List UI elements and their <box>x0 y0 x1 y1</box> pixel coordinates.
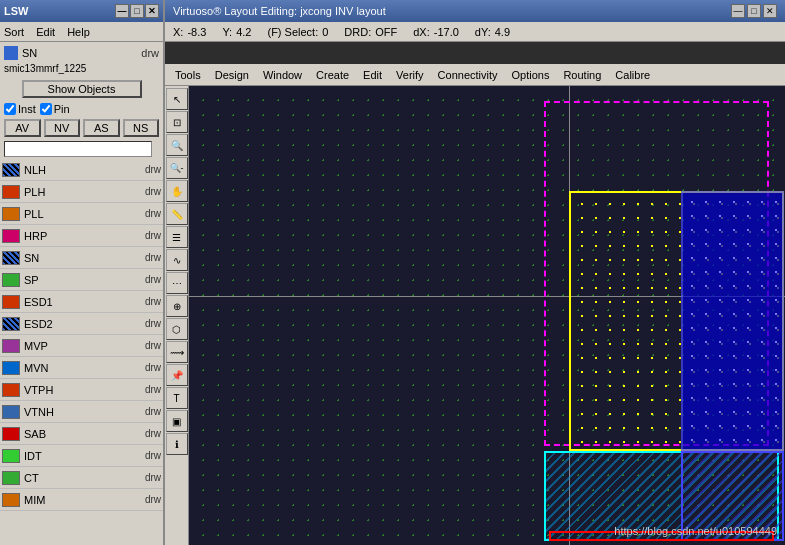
layer-color-swatch <box>2 405 20 419</box>
layer-row[interactable]: PLHdrw <box>0 181 163 203</box>
pin-filter-label: Pin <box>40 103 70 115</box>
lsw-filter-options: Inst Pin <box>0 101 163 117</box>
zoom-out-btn[interactable]: 🔍- <box>166 157 188 179</box>
layer-color-swatch <box>2 317 20 331</box>
select-count: (F) Select: 0 <box>267 26 328 38</box>
layer-color-swatch <box>2 295 20 309</box>
menu-item-window[interactable]: Window <box>257 65 308 85</box>
zoom-in-btn[interactable]: 🔍 <box>166 134 188 156</box>
layer-name-label: PLL <box>24 208 143 220</box>
layer-row[interactable]: SABdrw <box>0 423 163 445</box>
menu-item-design[interactable]: Design <box>209 65 255 85</box>
conn-btn[interactable]: ⟿ <box>166 341 188 363</box>
cell-color-swatch <box>4 46 18 60</box>
menu-item-calibre[interactable]: Calibre <box>609 65 656 85</box>
layer-name-label: MVN <box>24 362 143 374</box>
main-close-btn[interactable]: ✕ <box>763 4 777 18</box>
layer-search-input[interactable] <box>4 141 152 157</box>
main-titlebar: Virtuoso® Layout Editing: jxcong INV lay… <box>165 0 785 22</box>
main-minimize-btn[interactable]: — <box>731 4 745 18</box>
path-btn[interactable]: ∿ <box>166 249 188 271</box>
lsw-menu-edit[interactable]: Edit <box>34 26 57 38</box>
as-button[interactable]: AS <box>83 119 120 137</box>
layer-row[interactable]: MVNdrw <box>0 357 163 379</box>
menu-bar: ToolsDesignWindowCreateEditVerifyConnect… <box>165 64 785 86</box>
layer-list: NLHdrwPLHdrwPLLdrwHRPdrwSNdrwSPdrwESD1dr… <box>0 159 163 511</box>
inst-btn[interactable]: ▣ <box>166 410 188 432</box>
y-coord: Y: 4.2 <box>222 26 251 38</box>
layer-color-swatch <box>2 185 20 199</box>
menu-item-routing[interactable]: Routing <box>557 65 607 85</box>
layer-name-label: HRP <box>24 230 143 242</box>
layer-color-swatch <box>2 229 20 243</box>
lsw-menu-sort[interactable]: Sort <box>2 26 26 38</box>
menu-item-options[interactable]: Options <box>506 65 556 85</box>
layer-row[interactable]: ESD2drw <box>0 313 163 335</box>
layer-type-label: drw <box>145 340 161 351</box>
av-button[interactable]: AV <box>4 119 41 137</box>
layer-row[interactable]: VTNHdrw <box>0 401 163 423</box>
layer-row[interactable]: PLLdrw <box>0 203 163 225</box>
layer-color-swatch <box>2 493 20 507</box>
layer-row[interactable]: CTdrw <box>0 467 163 489</box>
layer-type-label: drw <box>145 450 161 461</box>
layer-name-label: VTNH <box>24 406 143 418</box>
layer-type-label: drw <box>145 252 161 263</box>
menu-item-edit[interactable]: Edit <box>357 65 388 85</box>
main-title: Virtuoso® Layout Editing: jxcong INV lay… <box>173 5 386 17</box>
layer-type-label: drw <box>145 362 161 373</box>
via-btn[interactable]: ⊕ <box>166 295 188 317</box>
layer-name-label: NLH <box>24 164 143 176</box>
layer-row[interactable]: VTPHdrw <box>0 379 163 401</box>
layer-name-label: MIM <box>24 494 143 506</box>
layer-row[interactable]: MVPdrw <box>0 335 163 357</box>
layer-row[interactable]: IDTdrw <box>0 445 163 467</box>
inst-checkbox[interactable] <box>4 103 16 115</box>
ruler-btn[interactable]: 📏 <box>166 203 188 225</box>
layer-row[interactable]: ESD1drw <box>0 291 163 313</box>
layer-type-label: drw <box>145 186 161 197</box>
lsw-close-btn[interactable]: ✕ <box>145 4 159 18</box>
layer-type-label: drw <box>145 274 161 285</box>
layer-row[interactable]: NLHdrw <box>0 159 163 181</box>
layer-name-label: SP <box>24 274 143 286</box>
lsw-maximize-btn[interactable]: □ <box>130 4 144 18</box>
layer-type-label: drw <box>145 384 161 395</box>
main-maximize-btn[interactable]: □ <box>747 4 761 18</box>
layer-row[interactable]: SPdrw <box>0 269 163 291</box>
layer-color-swatch <box>2 273 20 287</box>
zoom-fit-btn[interactable]: ⊡ <box>166 111 188 133</box>
layer-row[interactable]: HRPdrw <box>0 225 163 247</box>
select-tool-btn[interactable]: ↖ <box>166 88 188 110</box>
lsw-minimize-btn[interactable]: — <box>115 4 129 18</box>
cell-name: SN <box>22 47 37 59</box>
layer-type-label: drw <box>145 494 161 505</box>
blue-hatch-fill <box>683 453 782 539</box>
layer-btn[interactable]: ☰ <box>166 226 188 248</box>
ns-button[interactable]: NS <box>123 119 160 137</box>
lsw-menu-help[interactable]: Help <box>65 26 92 38</box>
label-btn[interactable]: T <box>166 387 188 409</box>
layer-row[interactable]: MIMdrw <box>0 489 163 511</box>
layer-color-swatch <box>2 427 20 441</box>
menu-item-connectivity[interactable]: Connectivity <box>432 65 504 85</box>
canvas-area[interactable]: https://blog.csdn.net/u010594449 <box>189 86 785 545</box>
poly-btn[interactable]: ⬡ <box>166 318 188 340</box>
nv-button[interactable]: NV <box>44 119 81 137</box>
layer-type-label: drw <box>145 472 161 483</box>
wire-btn[interactable]: ⋯ <box>166 272 188 294</box>
pin-btn[interactable]: 📌 <box>166 364 188 386</box>
lsw-cell-info: SN drw smic13mmrf_1225 <box>0 42 163 77</box>
menu-item-tools[interactable]: Tools <box>169 65 207 85</box>
pan-btn[interactable]: ✋ <box>166 180 188 202</box>
drd-status: DRD: OFF <box>344 26 397 38</box>
prop-btn[interactable]: ℹ <box>166 433 188 455</box>
menu-item-create[interactable]: Create <box>310 65 355 85</box>
show-objects-button[interactable]: Show Objects <box>22 80 142 98</box>
pin-checkbox[interactable] <box>40 103 52 115</box>
layer-type-label: drw <box>145 428 161 439</box>
layer-row[interactable]: SNdrw <box>0 247 163 269</box>
lsw-panel: LSW — □ ✕ Sort Edit Help SN drw smic13mm… <box>0 0 165 545</box>
layer-color-swatch <box>2 383 20 397</box>
menu-item-verify[interactable]: Verify <box>390 65 430 85</box>
